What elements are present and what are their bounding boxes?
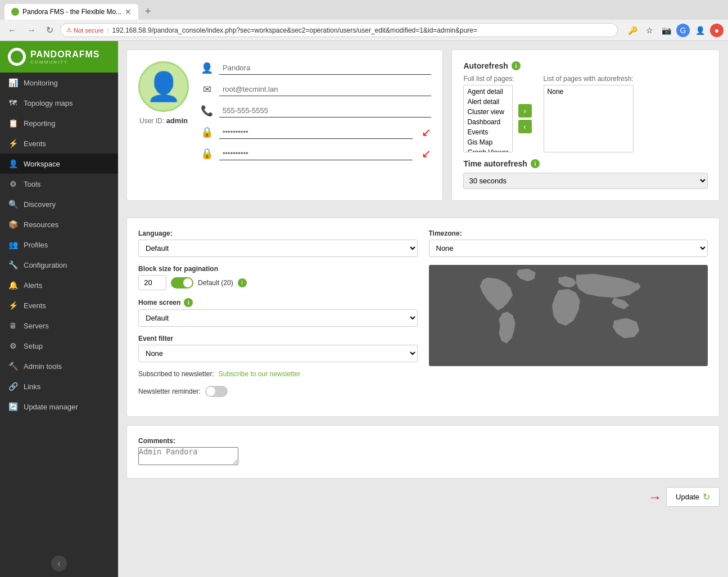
screenshot-icon[interactable]: 📷 bbox=[659, 24, 673, 37]
extension-icon[interactable]: ● bbox=[710, 24, 724, 37]
servers-icon: 🖥 bbox=[8, 321, 18, 330]
phone-field-row: 📞 bbox=[200, 104, 431, 118]
home-screen-group: Home screen i Default bbox=[138, 298, 418, 327]
tab-close-button[interactable]: ✕ bbox=[125, 7, 132, 16]
update-refresh-icon: ↻ bbox=[703, 492, 710, 502]
sidebar-item-setup[interactable]: ⚙ Setup bbox=[0, 336, 118, 356]
not-secure-indicator: ⚠ Not secure bbox=[66, 26, 103, 34]
user-profile-icon[interactable]: 👤 bbox=[693, 24, 707, 37]
update-icon: 🔄 bbox=[8, 402, 18, 411]
sidebar-item-reporting[interactable]: 📋 Reporting bbox=[0, 113, 118, 133]
password-confirm-arrow: ↙ bbox=[422, 147, 431, 160]
phone-input[interactable] bbox=[219, 104, 431, 118]
timezone-select[interactable]: None bbox=[429, 240, 708, 257]
sidebar-item-events2[interactable]: ⚡ Events bbox=[0, 295, 118, 315]
event-filter-group: Event filter None bbox=[138, 335, 418, 362]
new-tab-button[interactable]: + bbox=[141, 3, 156, 20]
profile-icon[interactable]: G bbox=[676, 24, 690, 37]
add-to-autorefresh-button[interactable]: › bbox=[518, 104, 532, 118]
autorefresh-pages-list[interactable]: None bbox=[544, 85, 634, 152]
username-field-row: 👤 bbox=[200, 61, 431, 75]
refresh-button[interactable]: ↻ bbox=[43, 24, 57, 37]
sidebar-item-workspace[interactable]: 👤 Workspace bbox=[0, 154, 118, 174]
back-button[interactable]: ← bbox=[4, 24, 20, 37]
comments-textarea[interactable] bbox=[138, 447, 238, 465]
sidebar-label-servers: Servers bbox=[24, 322, 49, 330]
resources-icon: 📦 bbox=[8, 220, 18, 229]
sidebar-item-tools[interactable]: ⚙ Tools bbox=[0, 174, 118, 194]
subscribe-link[interactable]: Subscribe to our newsletter bbox=[219, 370, 300, 378]
tab-title: Pandora FMS - the Flexible Mo... bbox=[22, 8, 121, 16]
newsletter-group: Subscribed to newsletter: Subscribe to o… bbox=[138, 370, 418, 378]
configuration-icon: 🔧 bbox=[8, 260, 18, 269]
tools-icon: ⚙ bbox=[8, 179, 18, 188]
block-size-row: Default (20) i bbox=[138, 275, 418, 290]
sidebar-item-update[interactable]: 🔄 Update manager bbox=[0, 396, 118, 417]
topology-icon: 🗺 bbox=[8, 98, 18, 107]
sidebar-logo: PANDORAFMS COMMUNITY bbox=[0, 41, 118, 73]
settings-left: Language: Default English Spanish Block … bbox=[138, 229, 418, 405]
sidebar-item-events[interactable]: ⚡ Events bbox=[0, 133, 118, 154]
username-input[interactable] bbox=[219, 61, 431, 75]
remove-from-autorefresh-button[interactable]: ‹ bbox=[518, 120, 532, 133]
language-label: Language: bbox=[138, 229, 418, 237]
block-size-input[interactable] bbox=[138, 275, 166, 290]
autorefresh-info-icon[interactable]: i bbox=[512, 61, 521, 70]
email-input[interactable] bbox=[219, 83, 431, 96]
sidebar-item-resources[interactable]: 📦 Resources bbox=[0, 214, 118, 235]
avatar: 👤 bbox=[138, 61, 189, 112]
sidebar-label-discovery: Discovery bbox=[24, 200, 56, 209]
sidebar-label-resources: Resources bbox=[24, 220, 58, 229]
update-button[interactable]: Update ↻ bbox=[666, 487, 720, 507]
sidebar-item-alerts[interactable]: 🔔 Alerts bbox=[0, 275, 118, 295]
sidebar-bottom: ‹ bbox=[0, 550, 118, 577]
logo-icon bbox=[8, 48, 26, 66]
comments-label: Comments: bbox=[138, 437, 708, 445]
lock2-icon: 🔒 bbox=[200, 147, 214, 160]
event-filter-select[interactable]: None bbox=[138, 345, 418, 362]
sidebar-item-discovery[interactable]: 🔍 Discovery bbox=[0, 194, 118, 214]
block-size-toggle[interactable] bbox=[171, 277, 193, 288]
home-screen-select[interactable]: Default bbox=[138, 309, 418, 327]
sidebar-item-servers[interactable]: 🖥 Servers bbox=[0, 315, 118, 336]
sidebar-item-configuration[interactable]: 🔧 Configuration bbox=[0, 255, 118, 275]
sidebar-item-profiles[interactable]: 👥 Profiles bbox=[0, 235, 118, 255]
forward-button[interactable]: → bbox=[24, 24, 39, 37]
reminder-toggle[interactable] bbox=[205, 386, 228, 397]
newsletter-label: Subscribed to newsletter: bbox=[138, 370, 214, 378]
profile-card: 👤 User ID: admin 👤 ✉ bbox=[126, 49, 443, 201]
settings-card: Language: Default English Spanish Block … bbox=[126, 218, 720, 417]
key-icon[interactable]: 🔑 bbox=[626, 24, 639, 37]
password-input[interactable] bbox=[219, 125, 413, 139]
lock1-icon: 🔒 bbox=[200, 126, 214, 138]
comments-card: Comments: bbox=[126, 425, 720, 479]
sidebar-label-tools: Tools bbox=[24, 180, 40, 188]
language-group: Language: Default English Spanish bbox=[138, 229, 418, 257]
sidebar-item-admin[interactable]: 🔨 Admin tools bbox=[0, 356, 118, 376]
discovery-icon: 🔍 bbox=[8, 200, 18, 209]
time-info-icon[interactable]: i bbox=[531, 159, 540, 168]
email-field-row: ✉ bbox=[200, 83, 431, 96]
autorefresh-list-label: List of pages with autorefresh: bbox=[544, 75, 634, 83]
password-confirm-input[interactable] bbox=[219, 147, 413, 160]
sidebar-item-topology[interactable]: 🗺 Topology maps bbox=[0, 93, 118, 113]
block-size-info-icon[interactable]: i bbox=[238, 278, 247, 287]
sidebar-item-monitoring[interactable]: 📊 Monitoring bbox=[0, 73, 118, 93]
language-select[interactable]: Default English Spanish bbox=[138, 240, 418, 257]
sidebar-label-links: Links bbox=[24, 382, 40, 391]
time-autorefresh-section: Time autorefresh i 30 seconds 60 seconds… bbox=[463, 159, 708, 189]
sidebar-item-links[interactable]: 🔗 Links bbox=[0, 376, 118, 396]
event-filter-label: Event filter bbox=[138, 335, 418, 342]
address-bar[interactable]: ⚠ Not secure | 192.168.58.9/pandora_cons… bbox=[60, 23, 618, 37]
workspace-icon: 👤 bbox=[8, 159, 18, 168]
reminder-group: Newsletter reminder: bbox=[138, 386, 418, 397]
alerts-icon: 🔔 bbox=[8, 281, 18, 290]
bookmark-icon[interactable]: ☆ bbox=[643, 24, 656, 37]
browser-tab[interactable]: Pandora FMS - the Flexible Mo... ✕ bbox=[4, 4, 138, 20]
time-autorefresh-select[interactable]: 30 seconds 60 seconds 90 seconds 300 sec… bbox=[463, 173, 708, 189]
home-screen-info-icon[interactable]: i bbox=[184, 298, 193, 307]
setup-icon: ⚙ bbox=[8, 341, 18, 350]
sidebar-scroll-button[interactable]: ‹ bbox=[51, 556, 67, 571]
full-pages-list[interactable]: Agent detail Alert detail Cluster view D… bbox=[463, 85, 512, 152]
user-id-label: User ID: bbox=[139, 117, 164, 125]
